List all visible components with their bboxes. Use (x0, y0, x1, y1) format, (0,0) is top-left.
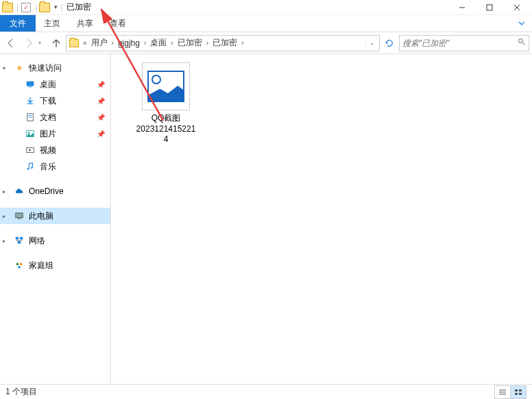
maximize-button[interactable] (476, 0, 503, 15)
qat-dropdown-icon[interactable]: ▼ (52, 4, 59, 10)
download-icon (25, 95, 36, 106)
chevron-right-icon[interactable]: ▸ (3, 238, 5, 244)
ribbon-file-tab[interactable]: 文件 (0, 15, 36, 32)
svg-rect-8 (28, 87, 32, 88)
sidebar-item-label: 图片 (40, 128, 93, 140)
search-icon[interactable] (518, 38, 526, 48)
sidebar-item-label: 桌面 (40, 79, 93, 90)
svg-line-6 (522, 43, 525, 45)
navigation-pane: ▾ ★ 快速访问 桌面 📌 下载 📌 文档 📌 图片 📌 视频 (0, 54, 111, 384)
svg-rect-20 (20, 237, 23, 240)
music-icon (25, 161, 36, 172)
file-name: QQ截图 2023121415221 4 (132, 113, 200, 145)
chevron-down-icon[interactable]: ▾ (3, 65, 5, 71)
sidebar-item-documents[interactable]: 文档 📌 (0, 109, 110, 125)
svg-rect-30 (515, 393, 518, 395)
ribbon-tab-view[interactable]: 查看 (101, 15, 134, 32)
search-box[interactable] (399, 35, 529, 51)
crumb-desktop[interactable]: 桌面 (149, 37, 168, 49)
chevron-right-icon[interactable]: › (240, 39, 245, 47)
close-button[interactable] (503, 0, 531, 15)
svg-rect-31 (519, 393, 522, 395)
ribbon-tab-share[interactable]: 共享 (69, 15, 101, 32)
sidebar-item-thispc[interactable]: ▸ 此电脑 (0, 208, 110, 224)
refresh-button[interactable] (381, 35, 398, 51)
view-details-button[interactable] (494, 385, 511, 399)
sidebar-item-pictures[interactable]: 图片 📌 (0, 125, 110, 142)
svg-point-24 (18, 266, 21, 269)
picture-icon (25, 128, 36, 139)
file-list-pane[interactable]: QQ截图 2023121415221 4 (111, 54, 532, 384)
sidebar-item-onedrive[interactable]: ▸ OneDrive (0, 183, 110, 200)
computer-icon (14, 210, 25, 221)
status-bar: 1 个项目 (0, 384, 532, 399)
chevron-right-icon[interactable]: › (169, 39, 174, 47)
qat-properties-icon[interactable]: ✓ (20, 1, 32, 14)
sidebar-quick-access[interactable]: ▾ ★ 快速访问 (0, 60, 110, 76)
crumb-user[interactable]: gjgjhg (117, 38, 141, 48)
chevron-right-icon[interactable]: › (143, 39, 147, 47)
svg-point-5 (519, 39, 523, 43)
address-bar[interactable]: « 用户 › gjgjhg › 桌面 › 已加密 › 已加密 › ⌄ (66, 35, 380, 51)
svg-rect-7 (27, 82, 34, 86)
file-thumbnail-icon (142, 62, 190, 110)
file-item[interactable]: QQ截图 2023121415221 4 (132, 62, 200, 145)
svg-rect-28 (515, 389, 518, 391)
chevron-right-icon[interactable]: › (205, 39, 210, 47)
sidebar-item-label: 此电脑 (29, 210, 110, 222)
sidebar-item-downloads[interactable]: 下载 📌 (0, 93, 110, 109)
address-dropdown-icon[interactable]: ⌄ (365, 40, 378, 46)
sidebar-item-homegroup[interactable]: 家庭组 (0, 257, 110, 274)
sidebar-item-music[interactable]: 音乐 (0, 158, 110, 175)
search-input[interactable] (402, 38, 518, 48)
pin-icon: 📌 (97, 114, 105, 121)
sidebar-item-network[interactable]: ▸ 网络 (0, 232, 110, 249)
crumb-folder-2[interactable]: 已加密 (211, 37, 239, 49)
up-button[interactable] (48, 35, 64, 51)
star-icon: ★ (14, 62, 25, 73)
svg-rect-17 (16, 213, 23, 218)
svg-rect-21 (18, 241, 21, 244)
sidebar-item-desktop[interactable]: 桌面 📌 (0, 76, 110, 93)
video-icon (25, 145, 36, 156)
svg-point-15 (27, 168, 29, 170)
sidebar-item-label: 下载 (40, 95, 93, 107)
svg-rect-29 (519, 389, 522, 391)
svg-rect-19 (16, 237, 19, 240)
chevron-right-icon[interactable]: ▸ (3, 213, 5, 219)
back-button[interactable] (3, 35, 19, 51)
sidebar-item-label: 网络 (29, 235, 110, 247)
sidebar-item-videos[interactable]: 视频 (0, 142, 110, 158)
explorer-body: ▾ ★ 快速访问 桌面 📌 下载 📌 文档 📌 图片 📌 视频 (0, 54, 532, 384)
minimize-button[interactable] (448, 0, 476, 15)
address-overflow-icon[interactable]: « (82, 39, 88, 47)
chevron-right-icon[interactable]: › (110, 39, 115, 47)
pin-icon: 📌 (97, 97, 105, 105)
qat-folder-icon[interactable] (38, 1, 51, 14)
svg-point-23 (20, 263, 23, 266)
sidebar-item-label: 文档 (40, 112, 93, 123)
ribbon-tab-home[interactable]: 主页 (36, 15, 69, 32)
network-icon (14, 235, 25, 246)
sidebar-item-label: 家庭组 (29, 260, 110, 271)
sidebar-item-label: 音乐 (40, 161, 110, 173)
history-dropdown-icon[interactable]: ▾ (38, 40, 47, 46)
separator: | (60, 3, 62, 12)
crumb-users[interactable]: 用户 (90, 37, 109, 49)
forward-button[interactable] (21, 35, 37, 51)
ribbon-expand-icon[interactable] (511, 15, 532, 32)
title-bar: | ✓ | ▼ | 已加密 (0, 0, 532, 15)
separator: | (35, 3, 37, 12)
svg-point-16 (31, 167, 33, 169)
crumb-folder-1[interactable]: 已加密 (176, 37, 204, 49)
sidebar-item-label: 视频 (40, 145, 110, 156)
pin-icon: 📌 (97, 130, 105, 138)
separator: | (16, 3, 19, 12)
view-large-icons-button[interactable] (510, 385, 527, 399)
ribbon-tabs: 文件 主页 共享 查看 (0, 15, 532, 32)
pin-icon: 📌 (97, 81, 105, 88)
svg-point-22 (16, 263, 19, 266)
sidebar-item-label: OneDrive (29, 186, 110, 196)
chevron-right-icon[interactable]: ▸ (3, 189, 5, 195)
svg-rect-2 (487, 5, 492, 10)
